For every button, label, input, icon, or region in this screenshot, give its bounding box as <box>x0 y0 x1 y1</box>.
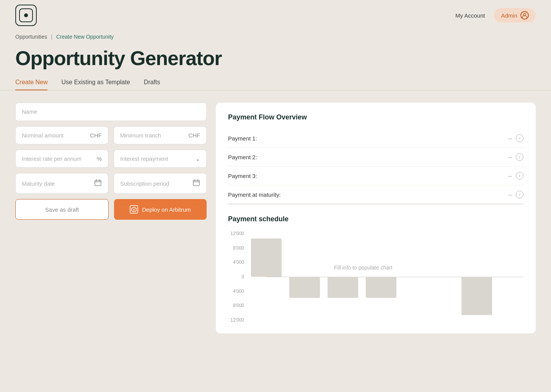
payment-schedule-section: Payment schedule 12'000 8'000 4'000 0 4'… <box>228 215 523 323</box>
calendar-icon[interactable] <box>94 179 102 188</box>
y-label-12000-top: 12'000 <box>228 231 247 236</box>
chart-area: Fill info to populate chart <box>247 231 523 323</box>
breadcrumb: Opportunities | Create New Opportunity <box>0 31 551 43</box>
payment-1-label: Payment 1: <box>228 135 257 142</box>
payment-2-label: Payment 2: <box>228 154 257 160</box>
payment-3-info-icon[interactable]: i <box>516 172 523 180</box>
svg-point-0 <box>523 13 526 16</box>
payment-maturity-value: -- <box>508 191 512 198</box>
payment-at-maturity-row: Payment at maturity: -- i <box>228 185 523 204</box>
minimum-tranch-input[interactable] <box>120 132 185 139</box>
logo-inner <box>19 8 33 22</box>
payment-row-1: Payment 1: -- i <box>228 129 523 148</box>
button-row: Save as draft Deploy on Arbitrum <box>15 199 207 220</box>
payment-maturity-value-container: -- i <box>508 191 523 198</box>
y-label-12000-bot: 12'000 <box>228 317 247 323</box>
interest-rate-suffix: % <box>97 155 102 162</box>
payment-3-label: Payment 3: <box>228 173 257 179</box>
payment-maturity-info-icon[interactable]: i <box>516 191 523 198</box>
nominal-amount-suffix: CHF <box>90 132 102 139</box>
payment-1-value: -- <box>508 135 512 142</box>
maturity-date-input[interactable] <box>22 180 94 187</box>
admin-label: Admin <box>501 12 517 19</box>
save-draft-button[interactable]: Save as draft <box>15 199 109 220</box>
bar-2-negative <box>289 277 320 298</box>
main-content: CHF CHF % Interest repayment ⌄ <box>0 103 551 333</box>
payment-1-info-icon[interactable]: i <box>516 134 523 142</box>
amount-row: CHF CHF <box>15 126 207 144</box>
payment-3-value-container: -- i <box>508 172 523 180</box>
y-label-8000-top: 8'000 <box>228 245 247 251</box>
svg-rect-2 <box>193 180 199 186</box>
bar-4-negative <box>366 277 396 298</box>
bar-1-positive <box>251 238 282 277</box>
bar-5-negative <box>461 277 492 315</box>
nominal-amount-input[interactable] <box>22 132 87 139</box>
payment-2-value-container: -- i <box>508 153 523 161</box>
breadcrumb-create-new: Create New Opportunity <box>56 34 114 40</box>
payment-row-2: Payment 2: -- i <box>228 148 523 167</box>
date-row <box>15 173 207 194</box>
tab-drafts[interactable]: Drafts <box>144 79 160 90</box>
deploy-label: Deploy on Arbitrum <box>142 206 191 213</box>
payment-row-3: Payment 3: -- i <box>228 167 523 185</box>
bar-3-negative <box>328 277 358 298</box>
header: My Account Admin <box>0 0 551 31</box>
minimum-tranch-suffix: CHF <box>188 132 200 139</box>
breadcrumb-opportunities[interactable]: Opportunities <box>15 34 47 40</box>
maturity-date-container <box>15 173 108 194</box>
arbitrum-logo-icon <box>130 205 138 214</box>
chart-fill-label: Fill info to populate chart <box>334 265 393 271</box>
payment-schedule-title: Payment schedule <box>228 215 523 223</box>
payment-flow-list: Payment 1: -- i Payment 2: -- i Payment … <box>228 129 523 204</box>
payment-2-value: -- <box>508 154 512 160</box>
y-axis: 12'000 8'000 4'000 0 4'000 8'000 12'000 <box>228 231 247 323</box>
nominal-amount-container: CHF <box>15 126 108 144</box>
page-title: Opportunity Generator <box>0 43 551 79</box>
interest-rate-input[interactable] <box>22 155 94 162</box>
right-panel: Payment Flow Overview Payment 1: -- i Pa… <box>216 103 536 333</box>
deploy-button[interactable]: Deploy on Arbitrum <box>114 199 207 220</box>
my-account-link[interactable]: My Account <box>455 12 485 19</box>
interest-repayment-label: Interest repayment <box>120 155 168 162</box>
form-panel: CHF CHF % Interest repayment ⌄ <box>15 103 207 333</box>
interest-row: % Interest repayment ⌄ <box>15 150 207 168</box>
tab-use-existing[interactable]: Use Existing as Template <box>61 79 130 90</box>
logo <box>15 5 37 26</box>
payment-flow-title: Payment Flow Overview <box>228 113 523 121</box>
logo-dot <box>24 13 28 17</box>
admin-badge[interactable]: Admin <box>494 8 536 23</box>
payment-2-info-icon[interactable]: i <box>516 153 523 161</box>
admin-avatar-icon <box>520 11 529 20</box>
header-right: My Account Admin <box>455 8 536 23</box>
name-input[interactable] <box>22 108 200 115</box>
breadcrumb-separator: | <box>51 34 52 40</box>
name-field-container <box>15 103 207 121</box>
tabs-bar: Create New Use Existing as Template Draf… <box>0 79 551 90</box>
interest-rate-container: % <box>15 150 108 168</box>
minimum-tranch-container: CHF <box>114 126 207 144</box>
payment-1-value-container: -- i <box>508 134 523 142</box>
chevron-down-icon: ⌄ <box>196 156 200 162</box>
chart-container: 12'000 8'000 4'000 0 4'000 8'000 12'000 <box>228 231 523 323</box>
y-label-4000-top: 4'000 <box>228 260 247 265</box>
subscription-period-input[interactable] <box>120 180 192 187</box>
y-label-0: 0 <box>228 274 247 279</box>
subscription-period-container <box>114 173 207 194</box>
payment-3-value: -- <box>508 173 512 179</box>
svg-rect-1 <box>95 180 101 186</box>
tab-create-new[interactable]: Create New <box>15 79 47 90</box>
calendar-icon-2[interactable] <box>192 179 200 188</box>
payment-maturity-label: Payment at maturity: <box>228 191 281 198</box>
y-label-4000-bot: 4'000 <box>228 289 247 294</box>
interest-repayment-dropdown[interactable]: Interest repayment ⌄ <box>114 150 207 168</box>
y-label-8000-bot: 8'000 <box>228 303 247 308</box>
